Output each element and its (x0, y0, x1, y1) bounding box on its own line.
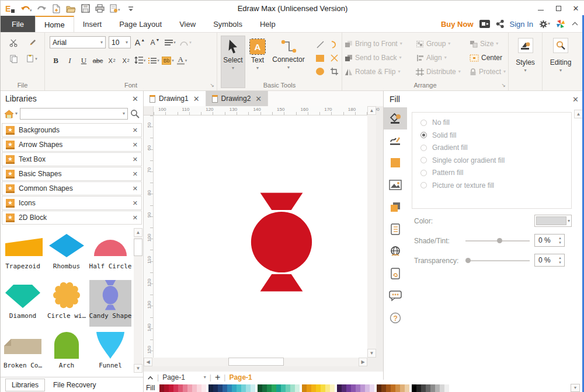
palette-swatch[interactable] (307, 384, 311, 392)
palette-swatch[interactable] (197, 384, 201, 392)
doc-tab-drawing2[interactable]: Drawing2✕ (206, 91, 269, 106)
palette-swatch[interactable] (440, 384, 444, 392)
minimize-button[interactable] (532, 2, 550, 15)
menu-tab-help[interactable]: Help (251, 16, 284, 32)
palette-swatch[interactable] (421, 384, 426, 392)
save-icon[interactable] (81, 3, 90, 15)
vertical-scrollbar[interactable]: ▲ ▼ (367, 106, 376, 358)
paste-icon[interactable]: ▾ (26, 52, 38, 65)
hyperlink-tool-icon[interactable] (384, 240, 407, 262)
cut-icon[interactable] (8, 37, 20, 49)
scroll-left-icon[interactable]: ◀ (144, 358, 152, 366)
palette-swatch[interactable] (192, 384, 197, 392)
arrange-center-button[interactable]: Center (470, 51, 509, 65)
gallery-shape-arch[interactable]: Arch (46, 330, 88, 376)
page-setup-tool-icon[interactable] (384, 218, 407, 240)
arrange-align-button[interactable]: Align▾ (416, 51, 470, 65)
page-selector-caret[interactable]: ▾ (204, 375, 206, 380)
fill-option-solid-fill[interactable]: Solid fill (420, 131, 571, 139)
palette-swatch[interactable] (227, 384, 232, 392)
undo-icon[interactable]: ▾ (20, 3, 32, 15)
print-icon[interactable] (95, 3, 105, 15)
italic-button[interactable]: I (64, 54, 76, 66)
library-item-close-icon[interactable]: ✕ (133, 127, 138, 134)
strikethrough-button[interactable]: abc (92, 54, 104, 66)
palette-swatch[interactable] (400, 384, 405, 392)
palette-swatch[interactable] (360, 384, 365, 392)
library-item-close-icon[interactable]: ✕ (133, 185, 138, 192)
underline-button[interactable]: U (78, 54, 90, 66)
fill-scroll-up-icon[interactable]: ▲ (574, 110, 583, 118)
palette-swatch[interactable] (267, 384, 272, 392)
text-align-icon[interactable]: ▾ (164, 36, 176, 48)
palette-swatch[interactable] (412, 384, 416, 392)
fill-option-gradient-fill[interactable]: Gradient fill (420, 144, 571, 152)
status-tab-file-recovery[interactable]: File Recovery (47, 379, 102, 391)
palette-swatch[interactable] (169, 384, 173, 392)
arrange-bring-front-button[interactable]: Bring to Front▾ (345, 37, 416, 51)
gallery-shape-rhombus[interactable]: Rhombus (46, 230, 88, 277)
picture-tool-icon[interactable] (384, 174, 407, 196)
palette-swatch[interactable] (405, 384, 409, 392)
palette-swatch[interactable] (370, 384, 374, 392)
menu-tab-symbols[interactable]: Symbols (204, 16, 251, 32)
line-tool-icon[interactable] (316, 40, 325, 49)
palette-swatch[interactable] (330, 384, 335, 392)
candy-shape[interactable] (247, 192, 316, 292)
palette-swatch[interactable] (342, 384, 346, 392)
arrange-protect-button[interactable]: Protect▾ (470, 65, 509, 79)
buy-now-link[interactable]: Buy Now (441, 20, 474, 29)
rectangle-tool-icon[interactable] (316, 55, 324, 62)
help-tool-icon[interactable]: ? (384, 307, 407, 329)
palette-swatch[interactable] (356, 384, 360, 392)
scroll-down-icon[interactable]: ▼ (367, 349, 376, 358)
page-selector[interactable]: Page-1 (162, 373, 185, 382)
transparency-slider[interactable] (465, 260, 530, 261)
palette-swatch[interactable] (416, 384, 421, 392)
comment-tool-icon[interactable] (384, 285, 407, 307)
palette-swatch[interactable] (430, 384, 435, 392)
palette-swatch[interactable] (251, 384, 255, 392)
edraw-logo-icon[interactable]: E (5, 3, 15, 15)
gallery-shape-broken[interactable]: Broken Co… (2, 330, 44, 376)
palette-swatch[interactable] (208, 384, 213, 392)
palette-swatch[interactable] (435, 384, 440, 392)
palette-swatch[interactable] (295, 384, 300, 392)
gallery-scroll-thumb[interactable] (134, 239, 142, 256)
modify-document-icon[interactable]: ▾ (110, 3, 123, 15)
radio-button[interactable] (420, 170, 427, 176)
palette-swatch[interactable] (173, 384, 178, 392)
subscript-button[interactable]: X2 (106, 54, 118, 66)
radio-button[interactable] (420, 120, 427, 126)
bold-button[interactable]: B (50, 54, 62, 66)
increase-font-icon[interactable]: A▲ (134, 36, 146, 48)
palette-swatch[interactable] (426, 384, 430, 392)
settings-gear-icon[interactable]: ▾ (539, 20, 550, 29)
palette-swatch[interactable] (365, 384, 370, 392)
palette-swatch[interactable] (178, 384, 183, 392)
text-highlight-icon[interactable]: Bb▾ (162, 54, 174, 66)
styles-button[interactable]: Styles▾ (509, 36, 542, 88)
share-icon[interactable] (496, 20, 504, 28)
text-tool-button[interactable]: A Text▾ (245, 36, 270, 88)
gallery-shape-trapezoid[interactable]: Trapezoid (2, 230, 44, 277)
community-pinwheel-icon[interactable] (556, 19, 565, 29)
bullet-list-icon[interactable]: ▾ (148, 54, 160, 66)
palette-swatch[interactable] (337, 384, 342, 392)
arc-tool-icon[interactable] (330, 40, 338, 49)
palette-swatch[interactable] (290, 384, 295, 392)
copy-icon[interactable] (8, 52, 20, 65)
search-icon[interactable] (130, 109, 140, 118)
palette-swatch[interactable] (346, 384, 351, 392)
library-item-text-box[interactable]: ★Text Box✕ (2, 152, 142, 166)
arrange-group-button[interactable]: Group▾ (416, 37, 470, 51)
sign-in-link[interactable]: Sign In (510, 20, 533, 29)
fill-option-pattern-fill[interactable]: Pattern fill (420, 169, 571, 177)
superscript-button[interactable]: X2 (120, 54, 132, 66)
connector-tool-button[interactable]: Connector▾ (270, 36, 307, 88)
page-tab[interactable]: Page-1 (229, 373, 252, 382)
line-spacing-icon[interactable]: ▾ (134, 54, 146, 66)
redo-icon[interactable] (37, 3, 47, 15)
radio-button[interactable] (420, 157, 427, 163)
palette-swatch[interactable] (351, 384, 356, 392)
